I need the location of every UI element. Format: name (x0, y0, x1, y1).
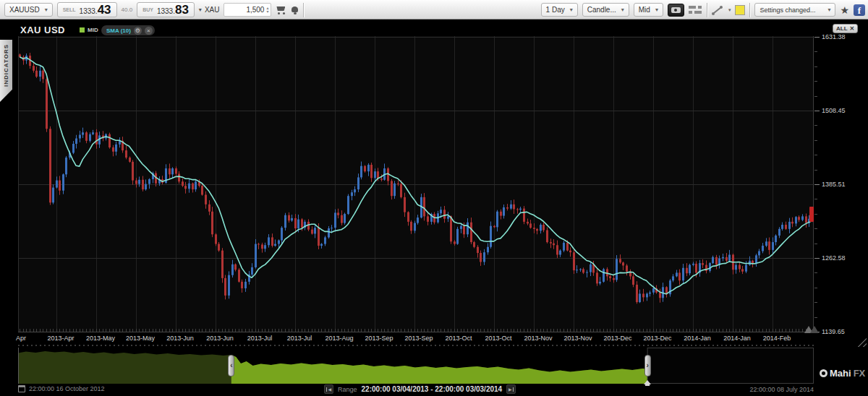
y-axis-minor-tick (814, 155, 817, 155)
y-axis-minor-tick (814, 66, 817, 67)
y-axis-minor-tick (814, 244, 817, 244)
chevron-down-icon: ▾ (655, 7, 658, 13)
sell-label: SELL (63, 7, 76, 12)
range-navigator[interactable] (18, 348, 814, 384)
x-axis-label: 2013-Oct (485, 335, 511, 342)
instrument-label: XAU (205, 6, 220, 14)
buy-price-small: 1333. (157, 7, 175, 15)
mountains-icon (804, 325, 820, 333)
history-start: 22:00:00 16 October 2012 (18, 385, 105, 392)
x-axis-label: 2013-Sep (365, 335, 393, 342)
navigator-tick-strip (18, 345, 814, 346)
history-start-timestamp: 22:00:00 16 October 2012 (29, 385, 105, 392)
cart-icon[interactable] (276, 5, 286, 14)
time-axis[interactable]: Apr2013-Apr2013-May2013-May2013-Jun2013-… (18, 333, 814, 343)
amount-input[interactable]: 1,500 ▴ ▾ (224, 3, 271, 17)
candlestick-plot[interactable] (18, 36, 814, 332)
y-axis-tick (814, 258, 820, 259)
indicators-tab[interactable]: INDICATORS (0, 40, 12, 102)
toolbar-separator (303, 3, 304, 17)
x-axis-label: 2013-Dec (643, 335, 671, 342)
symbol-select[interactable]: XAUUSD ▾ (4, 3, 53, 17)
trading-app: XAUUSD ▾ SELL 1333. 43 40.0 BUY 1333. 83… (0, 0, 868, 396)
buy-button[interactable]: BUY 1333. 83 (137, 2, 195, 17)
settings-select-value: Settings changed... (760, 7, 815, 14)
favorite-star-icon[interactable]: ★ (840, 5, 849, 15)
y-axis-minor-tick (814, 96, 817, 97)
range-value: 22:00:00 03/04/2013 - 22:00:00 03/03/201… (362, 385, 503, 393)
amount-stepper[interactable]: ▴ ▾ (266, 7, 268, 14)
history-end-timestamp: 22:00:00 08 July 2014 (723, 386, 814, 393)
x-axis-label: 2013-Jul (287, 335, 312, 342)
sma-settings-gear-icon[interactable]: ⚙ (134, 27, 142, 35)
y-axis-tick (814, 111, 820, 111)
gridlines (18, 36, 814, 332)
x-axis-label: 2013-Nov (563, 335, 592, 342)
settings-select[interactable]: Settings changed... ▾ (754, 3, 835, 17)
x-axis-label: 2014-Jan (684, 335, 711, 342)
y-axis-minor-tick (814, 288, 817, 288)
resize-grip[interactable] (856, 337, 867, 347)
sma-label: SMA (10) (106, 27, 131, 34)
y-axis-label: 1385.51 (822, 181, 846, 188)
y-axis-minor-tick (814, 302, 817, 303)
brand-main: Mahi (830, 368, 851, 379)
mid-legend: MID (80, 27, 98, 33)
x-axis-label: 2013-Aug (325, 335, 353, 342)
chevron-down-icon: ▾ (45, 7, 48, 13)
y-axis-tick (814, 37, 820, 38)
x-axis-label: 2013-Sep (404, 335, 433, 342)
chart-type-select[interactable]: Candle... ▾ (582, 3, 629, 17)
interval-select-value: 1 Day (546, 6, 565, 14)
instrument-dropdown[interactable]: ▾ XAU (199, 6, 220, 14)
navigator-right-handle[interactable]: › (644, 355, 651, 376)
skip-forward-button[interactable]: ▶ (506, 384, 516, 394)
x-axis-label: 2013-May (126, 335, 155, 342)
snapshot-button[interactable] (668, 4, 684, 17)
y-axis-minor-tick (814, 125, 817, 126)
mid-label: MID (88, 27, 98, 33)
skip-back-button[interactable]: ◀ (324, 384, 333, 394)
trendline-tool-icon[interactable] (712, 4, 724, 16)
facebook-icon[interactable]: f (854, 4, 865, 16)
sell-button[interactable]: SELL 1333. 43 (57, 2, 117, 17)
chart-type-select-value: Candle... (587, 6, 616, 14)
candles (19, 53, 814, 304)
bell-icon[interactable] (291, 6, 299, 14)
x-axis-label: 2013-Jun (206, 335, 234, 342)
sma-legend-pill: SMA (10) ⚙ × (101, 25, 155, 35)
navigator-left-handle[interactable]: ‹ (228, 355, 234, 376)
price-type-select[interactable]: Mid ▾ (634, 3, 663, 17)
sell-price-big: 43 (98, 3, 111, 17)
chevron-down-icon[interactable]: ▾ (728, 7, 731, 13)
interval-select[interactable]: 1 Day ▾ (541, 3, 578, 17)
sma-remove-close-icon[interactable]: × (145, 27, 153, 35)
y-axis-minor-tick (814, 317, 817, 318)
y-axis-minor-tick (814, 81, 817, 82)
toolbar-separator (749, 3, 750, 17)
price-axis[interactable]: 1631.381508.451385.511262.581139.65 (814, 36, 868, 332)
camera-icon (671, 7, 681, 13)
navigator-area-after-window[interactable] (647, 348, 813, 384)
range-label: Range (338, 386, 357, 393)
time-minor-ticks (20, 329, 813, 332)
brand-accent: FX (854, 368, 866, 379)
symbol-select-value: XAUUSD (9, 6, 40, 14)
y-axis-label: 1631.38 (822, 33, 846, 40)
chart-title: XAU USD (20, 25, 65, 35)
show-all-button[interactable]: ALL ✕ (833, 24, 858, 33)
navigator-window-end-marker[interactable] (644, 380, 651, 384)
top-toolbar: XAUUSD ▾ SELL 1333. 43 40.0 BUY 1333. 83… (0, 0, 868, 20)
spread-value: 40.0 (122, 7, 133, 13)
stepper-down-icon[interactable]: ▾ (266, 10, 268, 14)
amount-value: 1,500 (246, 6, 264, 14)
toolbar-separator (707, 3, 707, 17)
toolbar-right-group: 1 Day ▾ Candle... ▾ Mid ▾ ▾ Settings cha… (541, 0, 865, 20)
x-axis-label: 2014-Feb (763, 335, 791, 342)
y-axis-tick (814, 184, 820, 185)
y-axis-minor-tick (814, 170, 817, 171)
chart-layout-icon[interactable] (689, 5, 702, 14)
y-axis-label: 1139.65 (822, 328, 845, 335)
chevron-down-icon: ▾ (827, 7, 830, 13)
color-swatch[interactable] (735, 5, 745, 15)
